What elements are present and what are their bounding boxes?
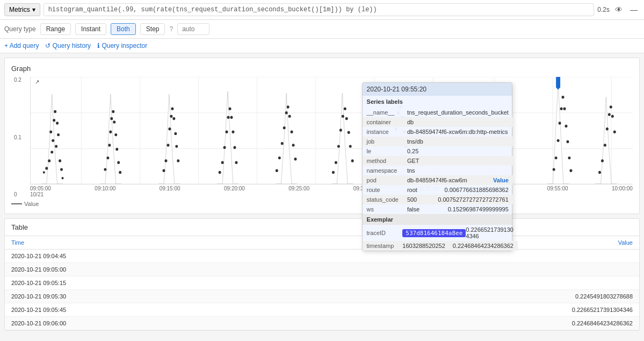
table-row: 2020-10-21 09:04:45 xyxy=(5,250,639,263)
step-input[interactable] xyxy=(177,23,209,35)
svg-point-40 xyxy=(109,131,112,133)
svg-point-62 xyxy=(227,116,230,119)
tooltip-row-namespace: namespace tns xyxy=(363,166,513,175)
tab-both[interactable]: Both xyxy=(111,23,136,35)
graph-section: Graph 0.2 0.1 0 xyxy=(4,58,640,214)
svg-point-113 xyxy=(606,127,609,130)
svg-point-63 xyxy=(229,107,231,110)
svg-point-112 xyxy=(604,144,606,146)
add-query-button[interactable]: + Add query xyxy=(4,42,39,49)
svg-point-51 xyxy=(168,127,171,130)
svg-point-71 xyxy=(283,126,286,129)
svg-marker-16 xyxy=(158,94,180,184)
graph-title: Graph xyxy=(11,65,633,73)
x-label-1: 09:10:00 xyxy=(95,186,115,197)
exemplar-label: Exemplar xyxy=(363,214,512,225)
svg-marker-14 xyxy=(41,94,63,184)
svg-point-55 xyxy=(174,132,177,135)
svg-point-65 xyxy=(231,131,234,133)
tooltip-val-method: GET xyxy=(403,156,513,166)
svg-point-82 xyxy=(342,115,344,117)
graph-svg: ↗ xyxy=(31,77,633,184)
svg-point-99 xyxy=(553,168,555,170)
svg-point-48 xyxy=(163,169,165,172)
svg-point-79 xyxy=(335,161,337,164)
query-type-label: Query type xyxy=(4,25,36,33)
svg-point-109 xyxy=(569,169,572,172)
svg-point-37 xyxy=(104,168,106,170)
trace-id-badge[interactable]: 537d81646184a8ee xyxy=(402,229,466,237)
svg-point-83 xyxy=(344,107,346,110)
tooltip-key-namespace: namespace xyxy=(363,166,403,175)
svg-point-85 xyxy=(348,131,350,134)
svg-point-60 xyxy=(223,146,226,149)
eye-icon-button[interactable]: 👁 xyxy=(613,4,625,15)
svg-marker-15 xyxy=(100,94,121,184)
svg-point-32 xyxy=(55,145,57,147)
cell-time-1: 2020-10-21 09:05:00 xyxy=(5,263,309,276)
close-icon-button[interactable]: — xyxy=(628,4,640,15)
query-inspector-label: ℹ Query inspector xyxy=(97,42,147,49)
svg-point-73 xyxy=(287,105,290,108)
graph-wrapper: 0.2 0.1 0 xyxy=(30,77,633,197)
x-label-2: 09:15:00 xyxy=(160,186,180,197)
graph-container[interactable]: ↗ 2020-10-21 09:55:20 Series labels __na… xyxy=(30,77,633,184)
query-history-button[interactable]: ↺ Query history xyxy=(45,42,91,49)
svg-point-39 xyxy=(108,144,111,146)
svg-point-87 xyxy=(351,159,354,162)
tooltip-key-timestamp: timestamp xyxy=(363,241,399,251)
svg-point-30 xyxy=(56,122,59,124)
tooltip-val-status: 500 0.00752727272727272761 xyxy=(403,195,513,204)
svg-point-59 xyxy=(221,161,224,164)
svg-point-45 xyxy=(115,148,118,151)
add-query-label: + Add query xyxy=(4,42,39,49)
tab-step[interactable]: Step xyxy=(140,23,165,35)
tab-range[interactable]: Range xyxy=(40,23,71,35)
table-row: 2020-10-21 09:05:00 xyxy=(5,263,639,276)
tooltip-val-le: 0.25 xyxy=(403,146,513,156)
svg-point-117 xyxy=(613,131,616,133)
svg-marker-118 xyxy=(556,77,560,90)
chevron-down-icon: ▾ xyxy=(32,6,35,13)
tooltip-key-method: method xyxy=(363,156,403,166)
svg-point-75 xyxy=(291,131,293,133)
x-label-8: 09:55:00 xyxy=(547,186,568,197)
svg-point-81 xyxy=(339,129,342,131)
tooltip-key-pod: pod xyxy=(363,175,403,185)
query-inspector-button[interactable]: ℹ Query inspector xyxy=(97,42,147,49)
svg-point-115 xyxy=(610,105,612,108)
tab-instant[interactable]: Instant xyxy=(75,23,106,35)
svg-point-107 xyxy=(566,140,569,143)
svg-point-38 xyxy=(106,157,109,159)
tooltip-row-status: status_code 500 0.00752727272727272761 xyxy=(363,195,513,204)
tooltip-row-ws: ws false 0.15296987499999995 xyxy=(363,204,513,214)
svg-point-35 xyxy=(43,171,45,173)
svg-point-34 xyxy=(60,168,63,170)
query-input[interactable] xyxy=(44,3,595,16)
svg-point-114 xyxy=(608,113,611,116)
tooltip-val-route: root 0.00677663188569836​2 xyxy=(403,185,513,195)
tooltip-val-timestamp: 1603288520252 0.22468464234​286362 xyxy=(398,241,518,251)
table-row: 2020-10-21 09:05:30 0.2245491803278688 xyxy=(5,290,639,303)
cell-value-3: 0.2245491803278688 xyxy=(309,290,639,303)
cell-time-2: 2020-10-21 09:05:15 xyxy=(5,276,309,290)
svg-marker-22 xyxy=(596,97,617,184)
query-time: 0.2s xyxy=(597,6,610,13)
cell-value-0 xyxy=(309,250,639,263)
tooltip-key-status: status_code xyxy=(363,195,403,204)
col-time[interactable]: Time xyxy=(5,236,309,250)
tooltip-key-instance: instance xyxy=(363,127,403,137)
y-axis-labels: 0.2 0.1 0 xyxy=(14,77,21,197)
tooltip-row-traceid: traceID 537d81646184a8ee 0.2266521739130… xyxy=(363,225,518,241)
y-label-1: 0.1 xyxy=(14,134,21,140)
svg-point-78 xyxy=(332,171,335,174)
svg-point-100 xyxy=(555,157,558,159)
tooltip-time: 2020-10-21 09:55:20 xyxy=(363,83,512,96)
x-label-3: 09:20:00 xyxy=(224,186,245,197)
table-title: Table xyxy=(5,219,639,236)
svg-point-44 xyxy=(114,133,117,136)
svg-point-111 xyxy=(601,159,604,162)
metrics-button[interactable]: Metrics ▾ xyxy=(4,3,40,16)
cell-time-4: 2020-10-21 09:05:45 xyxy=(5,303,309,317)
svg-marker-18 xyxy=(276,93,297,184)
